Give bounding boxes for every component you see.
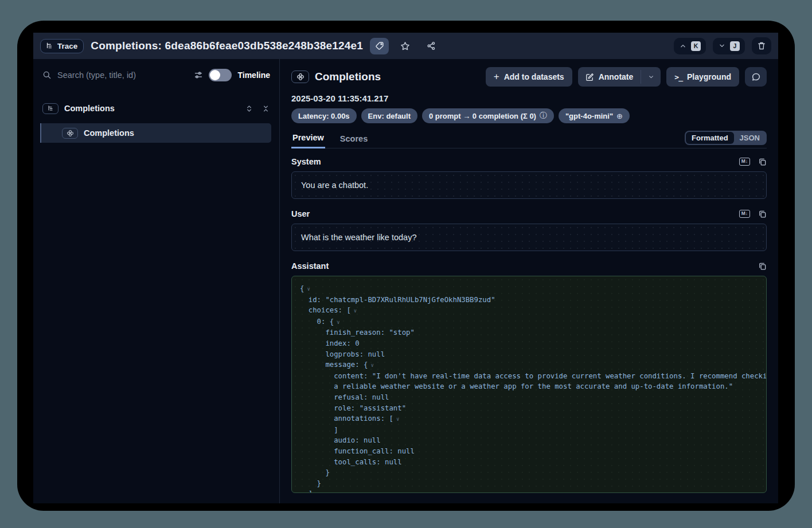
markdown-icon[interactable]: M↓ [739, 158, 750, 165]
add-to-datasets-label: Add to datasets [504, 72, 564, 81]
run-timestamp: 2025-03-20 11:35:41.217 [280, 93, 778, 103]
kbd-j: J [730, 41, 740, 51]
format-formatted[interactable]: Formatted [686, 132, 734, 144]
run-title: Completions [315, 71, 381, 83]
markdown-icon[interactable]: M↓ [739, 210, 750, 217]
share-icon [427, 41, 436, 50]
system-section-title: System [291, 157, 321, 166]
comment-bubble-icon [751, 72, 761, 82]
code-line: } [300, 467, 758, 478]
assistant-section-title: Assistant [291, 261, 329, 271]
code-line: } [300, 478, 758, 489]
tab-scores[interactable]: Scores [339, 134, 369, 148]
format-json[interactable]: JSON [734, 132, 766, 144]
app-window: Trace Completions: 6dea86b6feae03db538e2… [17, 21, 795, 511]
plus-icon: + [494, 71, 499, 83]
code-line: index: 0 [300, 338, 758, 349]
code-line: tool_calls: null [300, 457, 758, 468]
search-icon [42, 71, 52, 80]
code-line: ] [300, 425, 758, 436]
playground-label: Playground [687, 72, 731, 81]
code-line: logprobs: null [300, 349, 758, 360]
tree-root-completions[interactable]: Completions [33, 99, 279, 118]
top-bar: Trace Completions: 6dea86b6feae03db538e2… [33, 33, 778, 59]
code-line: 0: {∨ [300, 316, 758, 328]
annotate-split-button: Annotate [578, 67, 661, 87]
trace-badge-label: Trace [57, 42, 77, 50]
code-line: audio: null [300, 435, 758, 446]
info-icon[interactable]: ⓘ [540, 111, 547, 121]
next-run-button[interactable]: J [713, 38, 745, 54]
code-line: role: "assistant" [300, 403, 758, 414]
terminal-icon: >_ [674, 73, 682, 81]
collapse-chevron-icon[interactable]: ∨ [396, 416, 399, 422]
llm-pinwheel-icon [62, 128, 78, 139]
collapse-chevron-icon[interactable]: ∨ [337, 319, 339, 325]
detail-tabs: Preview Scores Formatted JSON [291, 130, 767, 148]
code-line: message: {∨ [300, 359, 758, 371]
tag-icon [375, 41, 384, 50]
share-button[interactable] [421, 38, 440, 54]
tag-button[interactable] [370, 38, 389, 54]
trace-sidebar: Timeline Completions [33, 59, 280, 503]
timeline-label: Timeline [237, 71, 270, 80]
trace-tree-icon [45, 42, 53, 50]
plus-circle-icon[interactable]: ⊕ [616, 112, 623, 120]
assistant-json-viewer[interactable]: {∨id: "chatcmpl-BD7XRulRhULb7NjGfeOkhN3B… [291, 276, 767, 493]
prev-run-button[interactable]: K [674, 38, 706, 54]
search-input[interactable] [57, 71, 188, 80]
star-button[interactable] [396, 38, 415, 54]
annotate-dropdown-button[interactable] [641, 67, 661, 87]
code-line: function_call: null [300, 446, 758, 457]
code-line: id: "chatcmpl-BD7XRulRhULb7NjGfeOkhN3BB9… [300, 295, 758, 306]
env-badge: Env: default [361, 108, 417, 123]
code-line: a reliable weather website or a weather … [300, 381, 758, 392]
collapse-chevron-icon[interactable]: ∨ [307, 286, 310, 292]
tab-preview[interactable]: Preview [291, 133, 325, 148]
tree-root-label: Completions [64, 104, 115, 113]
code-line: choices: [∨ [300, 305, 758, 316]
code-line: content: "I don't have real-time data ac… [300, 371, 758, 382]
filter-sliders-icon[interactable] [194, 71, 203, 80]
kbd-k: K [691, 41, 701, 51]
delete-button[interactable] [752, 37, 771, 54]
user-section-title: User [291, 209, 310, 218]
star-icon [400, 41, 410, 51]
trace-badge[interactable]: Trace [40, 39, 84, 53]
collapse-chevron-icon[interactable]: ∨ [354, 308, 357, 314]
tree-child-label: Completions [84, 128, 134, 138]
annotate-label: Annotate [599, 72, 634, 81]
code-line: {∨ [300, 283, 758, 295]
trash-icon [757, 41, 766, 50]
code-line: finish_reason: "stop" [300, 327, 758, 338]
token-usage-badge: 0 prompt → 0 completion (Σ 0) ⓘ [422, 108, 554, 123]
system-message: You are a chatbot. [291, 171, 767, 199]
copy-icon[interactable] [758, 262, 767, 271]
expand-all-icon[interactable] [245, 104, 253, 113]
chevron-down-icon [718, 42, 726, 50]
trace-title: Completions: 6dea86b6feae03db538e248b38e… [91, 40, 363, 52]
code-line: refusal: null [300, 392, 758, 403]
model-badge: "gpt-4o-mini" ⊕ [559, 108, 630, 123]
collapse-all-icon[interactable] [261, 104, 270, 113]
code-line: annotations: [∨ [300, 413, 758, 425]
timeline-toggle[interactable] [209, 69, 232, 81]
trace-viewer: Trace Completions: 6dea86b6feae03db538e2… [33, 33, 778, 503]
playground-button[interactable]: >_ Playground [666, 67, 739, 87]
code-line: ] [300, 488, 758, 493]
copy-icon[interactable] [758, 210, 767, 218]
latency-badge: Latency: 0.00s [291, 108, 357, 123]
format-toggle: Formatted JSON [685, 131, 767, 145]
chevron-up-icon [679, 42, 687, 50]
collapse-chevron-icon[interactable]: ∨ [370, 362, 373, 368]
add-to-datasets-button[interactable]: + Add to datasets [486, 67, 572, 87]
copy-icon[interactable] [758, 158, 767, 166]
llm-pinwheel-icon [291, 71, 309, 83]
run-detail-panel: Completions + Add to datasets Annotate [280, 59, 778, 503]
user-message: What is the weather like today? [291, 224, 767, 251]
comments-button[interactable] [745, 67, 767, 87]
annotate-button[interactable]: Annotate [578, 67, 641, 87]
run-badges: Latency: 0.00s Env: default 0 prompt → 0… [280, 108, 778, 123]
tree-item-completions-selected[interactable]: Completions [40, 123, 271, 143]
annotate-pencil-icon [585, 73, 594, 81]
